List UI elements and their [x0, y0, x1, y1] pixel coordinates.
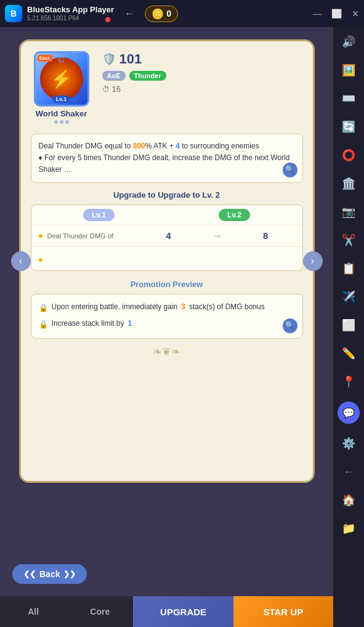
promotion-box: 🔒 Upon entering battle, immediately gain…	[31, 294, 303, 339]
right-toolbar: 🔊 🖼️ ⌨️ 🔄 ⭕ 🏛️ 📷 ✂️ 📋 ✈️ ⬜ ✏️ 📍 💬 ⚙️ ← 🏠…	[333, 27, 364, 627]
back-chevron-right-icon: ❯❯	[63, 570, 76, 578]
upgrade-dots	[54, 120, 69, 124]
promo-line2a: Increase stack limit by	[52, 317, 124, 331]
toolbar-folder-icon[interactable]: 📁	[340, 520, 357, 537]
toolbar-home-icon[interactable]: 🏠	[340, 491, 357, 509]
back-chevron-icon: ❮❮	[23, 570, 36, 578]
toolbar-trim-icon[interactable]: ✂️	[340, 232, 357, 249]
skill-number-row: 🛡️ 101	[102, 51, 303, 67]
toolbar-refresh-icon[interactable]: 🔄	[340, 118, 357, 136]
discord-button[interactable]: 💬	[338, 402, 360, 424]
title-back-btn[interactable]: ←	[124, 7, 135, 20]
promo-row-1: 🔒 Upon entering battle, immediately gain…	[39, 301, 295, 315]
main-area: ‹ › Excl. © ⚡ Lv.1 World Shaker	[0, 27, 333, 627]
notification-dot	[105, 17, 110, 22]
skill-icon-frame: Excl. © ⚡ Lv.1	[34, 51, 89, 107]
desc-highlight-4: 4	[176, 142, 180, 150]
shield-icon: 🛡️	[102, 52, 116, 66]
upgrade-section: Upgrade to Upgrade to Lv. 2Upgrade to Lv…	[31, 190, 303, 271]
upgrade-table: Lv.1 Lv.2 Deal Thunder DMG of 4 → 8	[31, 204, 303, 271]
toolbar-back-icon[interactable]: ←	[340, 463, 357, 480]
toolbar-camera-icon[interactable]: 📋	[340, 260, 357, 277]
desc-line3: ♦ For every 5 times Thunder DMG dealt, i…	[39, 153, 290, 174]
upgrade-val-current: 4	[139, 230, 198, 241]
row-dot	[39, 234, 42, 238]
level-badge: Lv.1	[52, 95, 70, 103]
skill-info: 🛡️ 101 AoE Thunder ⏱ 16	[102, 51, 303, 94]
row-dot-2	[39, 258, 42, 262]
skill-name: World Shaker	[36, 109, 87, 118]
toolbar-pin-icon[interactable]: 📍	[340, 373, 357, 390]
close-btn[interactable]: ✕	[352, 9, 359, 18]
clock-icon: ⏱	[102, 85, 110, 94]
back-label: Back	[39, 569, 60, 579]
lv2-badge: Lv.2	[219, 209, 250, 221]
skill-card: ‹ › Excl. © ⚡ Lv.1 World Shaker	[19, 39, 315, 483]
maximize-btn[interactable]: ⬜	[331, 9, 342, 18]
promotion-zoom-btn[interactable]: 🔍	[283, 318, 297, 333]
nav-right-arrow[interactable]: ›	[303, 251, 323, 271]
nav-left-arrow[interactable]: ‹	[11, 251, 31, 271]
promo-row-2: 🔒 Increase stack limit by 1	[39, 317, 295, 332]
dot-1	[54, 120, 58, 124]
description-zoom-btn[interactable]: 🔍	[283, 163, 297, 177]
promotion-title: Promotion Preview	[31, 280, 303, 289]
lock-icon-1: 🔒	[39, 302, 48, 315]
desc-line1a: Deal Thunder DMG equal to	[39, 142, 133, 150]
minimize-btn[interactable]: —	[313, 9, 322, 18]
back-button[interactable]: ❮❮ Back ❯❯	[12, 564, 87, 584]
skill-tags: AoE Thunder	[102, 71, 303, 81]
timer-value: 16	[112, 84, 121, 94]
promo-line1c: stack(s) of DMG bonus	[189, 301, 265, 314]
promo-line1a: Upon entering battle, immediately gain	[52, 301, 178, 314]
coin-display: 🪙 0	[145, 6, 178, 22]
tag-thunder: Thunder	[129, 71, 166, 81]
skill-meta: ⏱ 16	[102, 84, 303, 94]
skill-header: Excl. © ⚡ Lv.1 World Shaker 🛡️ 101	[31, 51, 303, 124]
excl-badge: Excl.	[38, 55, 53, 62]
coin-icon: 🪙	[152, 8, 164, 20]
upgrade-title: Upgrade to Upgrade to Lv. 2Upgrade to Lv…	[31, 190, 303, 200]
app-logo: B	[5, 5, 22, 22]
coin-count: 0	[166, 9, 171, 18]
upgrade-row-1: Deal Thunder DMG of 4 → 8	[31, 225, 302, 246]
upgrade-button[interactable]: UPGRADE	[133, 596, 233, 627]
window-controls[interactable]: — ⬜ ✕	[313, 9, 359, 18]
tag-aoe: AoE	[102, 71, 126, 81]
special-symbol: ©	[58, 55, 64, 65]
toolbar-sound-icon[interactable]: 🔊	[340, 33, 357, 51]
upgrade-val-next: 8	[237, 230, 295, 241]
dot-2	[60, 120, 63, 124]
desc-line1c: % ATK +	[145, 142, 176, 150]
lock-icon-2: 🔒	[39, 318, 48, 332]
toolbar-gamepad-icon[interactable]: ⭕	[340, 147, 357, 164]
toolbar-settings-icon[interactable]: ⚙️	[340, 435, 357, 452]
starup-button[interactable]: STAR UP	[233, 596, 333, 627]
bottom-tabs: All Core UPGRADE STAR UP	[0, 596, 333, 627]
tab-core[interactable]: Core	[67, 596, 133, 627]
description-box: Deal Thunder DMG equal to 800% ATK + 4 t…	[31, 134, 303, 183]
toolbar-keyboard-icon[interactable]: ⌨️	[340, 90, 357, 107]
promo-highlight-3: 3	[181, 301, 185, 314]
title-bar: B BlueStacks App Player 5.21.656.1001 P6…	[0, 0, 364, 27]
lv1-badge: Lv.1	[83, 209, 115, 221]
app-info: BlueStacks App Player 5.21.656.1001 P64	[27, 5, 114, 22]
skill-number: 101	[119, 51, 142, 67]
upgrade-arrow-icon: →	[203, 230, 232, 241]
upgrade-header: Lv.1 Lv.2	[31, 205, 302, 225]
toolbar-macro-icon[interactable]: 🏛️	[340, 175, 357, 192]
toolbar-screenshot-icon[interactable]: 📷	[340, 203, 357, 220]
promo-highlight-1: 1	[128, 317, 132, 331]
card-decoration: ❧❦❧	[31, 345, 303, 358]
toolbar-draw-icon[interactable]: ✏️	[340, 345, 357, 362]
desc-highlight-800: 800	[133, 142, 145, 150]
promotion-section: Promotion Preview 🔒 Upon entering battle…	[31, 280, 303, 339]
toolbar-airplane-icon[interactable]: ✈️	[340, 288, 357, 305]
skill-icon-wrapper: Excl. © ⚡ Lv.1 World Shaker	[31, 51, 92, 124]
upgrade-row-label: Deal Thunder DMG of	[47, 232, 135, 240]
toolbar-multi-icon[interactable]: ⬜	[340, 317, 357, 334]
tab-all[interactable]: All	[0, 596, 67, 627]
upgrade-empty-row	[31, 246, 302, 270]
toolbar-display-icon[interactable]: 🖼️	[340, 62, 357, 79]
desc-line1e: to surrounding enemies	[180, 142, 259, 150]
